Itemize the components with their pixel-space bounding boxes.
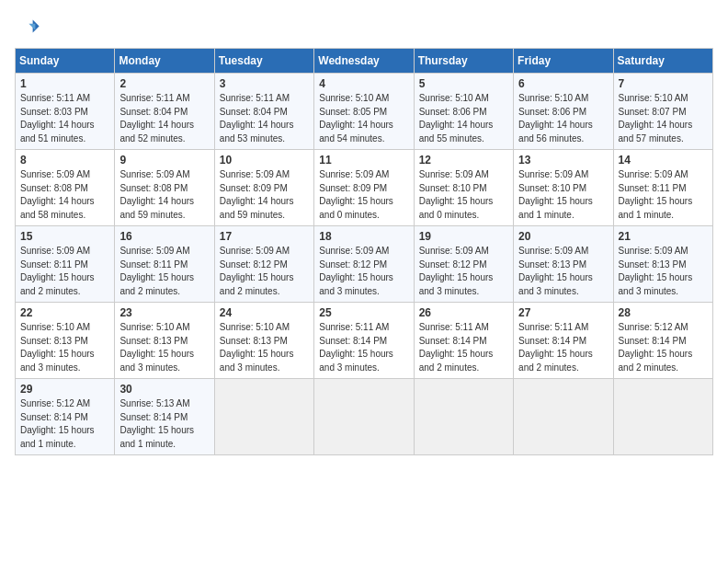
calendar-day-cell: 17Sunrise: 5:09 AMSunset: 8:12 PMDayligh… bbox=[214, 226, 313, 303]
day-info: Sunrise: 5:09 AMSunset: 8:13 PMDaylight:… bbox=[518, 246, 593, 296]
calendar-day-cell: 16Sunrise: 5:09 AMSunset: 8:11 PMDayligh… bbox=[115, 226, 214, 303]
day-info: Sunrise: 5:09 AMSunset: 8:09 PMDaylight:… bbox=[220, 169, 294, 220]
calendar-day-cell: 20Sunrise: 5:09 AMSunset: 8:13 PMDayligh… bbox=[514, 226, 613, 303]
day-number: 18 bbox=[319, 230, 408, 243]
calendar-day-cell bbox=[514, 379, 613, 455]
day-number: 14 bbox=[619, 154, 708, 167]
day-number: 28 bbox=[619, 306, 708, 319]
calendar-day-cell: 14Sunrise: 5:09 AMSunset: 8:11 PMDayligh… bbox=[613, 150, 712, 226]
calendar-day-cell: 1Sunrise: 5:11 AMSunset: 8:03 PMDaylight… bbox=[16, 74, 115, 150]
day-number: 11 bbox=[319, 154, 408, 167]
day-number: 8 bbox=[20, 154, 109, 167]
calendar-day-cell: 10Sunrise: 5:09 AMSunset: 8:09 PMDayligh… bbox=[214, 150, 313, 226]
calendar-day-cell: 11Sunrise: 5:09 AMSunset: 8:09 PMDayligh… bbox=[314, 150, 414, 226]
calendar-day-cell: 24Sunrise: 5:10 AMSunset: 8:13 PMDayligh… bbox=[214, 303, 313, 379]
day-number: 19 bbox=[419, 230, 508, 243]
calendar-week-row: 15Sunrise: 5:09 AMSunset: 8:11 PMDayligh… bbox=[16, 226, 713, 303]
calendar-day-cell: 23Sunrise: 5:10 AMSunset: 8:13 PMDayligh… bbox=[115, 303, 214, 379]
day-number: 29 bbox=[20, 383, 109, 396]
calendar-day-cell: 3Sunrise: 5:11 AMSunset: 8:04 PMDaylight… bbox=[214, 74, 313, 150]
day-info: Sunrise: 5:10 AMSunset: 8:07 PMDaylight:… bbox=[619, 93, 693, 144]
day-number: 27 bbox=[518, 306, 608, 319]
day-of-week-header: Friday bbox=[514, 49, 613, 74]
day-number: 2 bbox=[119, 77, 209, 90]
calendar-day-cell bbox=[414, 379, 513, 455]
calendar-day-cell bbox=[214, 379, 313, 455]
day-number: 12 bbox=[419, 154, 508, 167]
day-number: 22 bbox=[20, 306, 109, 319]
day-info: Sunrise: 5:11 AMSunset: 8:14 PMDaylight:… bbox=[419, 322, 494, 373]
calendar-day-cell: 27Sunrise: 5:11 AMSunset: 8:14 PMDayligh… bbox=[514, 303, 613, 379]
calendar-day-cell: 25Sunrise: 5:11 AMSunset: 8:14 PMDayligh… bbox=[314, 303, 414, 379]
calendar-day-cell: 15Sunrise: 5:09 AMSunset: 8:11 PMDayligh… bbox=[16, 226, 115, 303]
day-info: Sunrise: 5:10 AMSunset: 8:13 PMDaylight:… bbox=[220, 322, 294, 373]
day-info: Sunrise: 5:10 AMSunset: 8:05 PMDaylight:… bbox=[319, 93, 393, 144]
day-number: 4 bbox=[319, 77, 408, 90]
day-of-week-header: Monday bbox=[115, 49, 214, 74]
day-number: 10 bbox=[220, 154, 309, 167]
calendar-day-cell: 2Sunrise: 5:11 AMSunset: 8:04 PMDaylight… bbox=[115, 74, 214, 150]
day-info: Sunrise: 5:09 AMSunset: 8:10 PMDaylight:… bbox=[518, 169, 593, 220]
day-info: Sunrise: 5:09 AMSunset: 8:11 PMDaylight:… bbox=[20, 246, 95, 296]
day-number: 13 bbox=[518, 154, 608, 167]
day-of-week-header: Wednesday bbox=[314, 49, 414, 74]
calendar-day-cell: 30Sunrise: 5:13 AMSunset: 8:14 PMDayligh… bbox=[115, 379, 214, 455]
calendar-day-cell: 8Sunrise: 5:09 AMSunset: 8:08 PMDaylight… bbox=[16, 150, 115, 226]
calendar-day-cell: 28Sunrise: 5:12 AMSunset: 8:14 PMDayligh… bbox=[613, 303, 712, 379]
day-number: 3 bbox=[220, 77, 309, 90]
day-info: Sunrise: 5:09 AMSunset: 8:12 PMDaylight:… bbox=[419, 246, 494, 296]
logo bbox=[15, 15, 44, 40]
calendar-day-cell: 6Sunrise: 5:10 AMSunset: 8:06 PMDaylight… bbox=[514, 74, 613, 150]
calendar-day-cell: 21Sunrise: 5:09 AMSunset: 8:13 PMDayligh… bbox=[613, 226, 712, 303]
day-info: Sunrise: 5:10 AMSunset: 8:13 PMDaylight:… bbox=[20, 322, 95, 373]
day-info: Sunrise: 5:09 AMSunset: 8:11 PMDaylight:… bbox=[619, 169, 693, 220]
day-of-week-header: Thursday bbox=[414, 49, 513, 74]
calendar-day-cell: 18Sunrise: 5:09 AMSunset: 8:12 PMDayligh… bbox=[314, 226, 414, 303]
day-number: 30 bbox=[119, 383, 209, 396]
day-info: Sunrise: 5:09 AMSunset: 8:11 PMDaylight:… bbox=[119, 246, 194, 296]
calendar-day-cell: 7Sunrise: 5:10 AMSunset: 8:07 PMDaylight… bbox=[613, 74, 712, 150]
day-number: 5 bbox=[419, 77, 508, 90]
day-info: Sunrise: 5:09 AMSunset: 8:10 PMDaylight:… bbox=[419, 169, 494, 220]
day-of-week-header: Saturday bbox=[613, 49, 712, 74]
calendar-header-row: SundayMondayTuesdayWednesdayThursdayFrid… bbox=[16, 49, 713, 74]
day-number: 1 bbox=[20, 77, 109, 90]
page-header bbox=[15, 15, 713, 40]
day-info: Sunrise: 5:11 AMSunset: 8:03 PMDaylight:… bbox=[20, 93, 95, 144]
day-number: 26 bbox=[419, 306, 508, 319]
day-info: Sunrise: 5:11 AMSunset: 8:14 PMDaylight:… bbox=[319, 322, 393, 373]
calendar-table: SundayMondayTuesdayWednesdayThursdayFrid… bbox=[15, 48, 713, 455]
calendar-day-cell: 22Sunrise: 5:10 AMSunset: 8:13 PMDayligh… bbox=[16, 303, 115, 379]
day-number: 7 bbox=[619, 77, 708, 90]
calendar-day-cell bbox=[314, 379, 414, 455]
day-number: 25 bbox=[319, 306, 408, 319]
day-info: Sunrise: 5:12 AMSunset: 8:14 PMDaylight:… bbox=[20, 398, 95, 449]
calendar-day-cell: 9Sunrise: 5:09 AMSunset: 8:08 PMDaylight… bbox=[115, 150, 214, 226]
day-info: Sunrise: 5:13 AMSunset: 8:14 PMDaylight:… bbox=[119, 398, 194, 449]
calendar-day-cell: 5Sunrise: 5:10 AMSunset: 8:06 PMDaylight… bbox=[414, 74, 513, 150]
day-number: 23 bbox=[119, 306, 209, 319]
calendar-day-cell: 4Sunrise: 5:10 AMSunset: 8:05 PMDaylight… bbox=[314, 74, 414, 150]
calendar-day-cell: 29Sunrise: 5:12 AMSunset: 8:14 PMDayligh… bbox=[16, 379, 115, 455]
calendar-week-row: 1Sunrise: 5:11 AMSunset: 8:03 PMDaylight… bbox=[16, 74, 713, 150]
day-number: 20 bbox=[518, 230, 608, 243]
day-number: 17 bbox=[220, 230, 309, 243]
calendar-day-cell: 13Sunrise: 5:09 AMSunset: 8:10 PMDayligh… bbox=[514, 150, 613, 226]
day-number: 15 bbox=[20, 230, 109, 243]
day-info: Sunrise: 5:10 AMSunset: 8:13 PMDaylight:… bbox=[119, 322, 194, 373]
day-info: Sunrise: 5:10 AMSunset: 8:06 PMDaylight:… bbox=[518, 93, 593, 144]
day-info: Sunrise: 5:11 AMSunset: 8:04 PMDaylight:… bbox=[220, 93, 294, 144]
day-info: Sunrise: 5:09 AMSunset: 8:12 PMDaylight:… bbox=[319, 246, 393, 296]
day-number: 21 bbox=[619, 230, 708, 243]
calendar-week-row: 8Sunrise: 5:09 AMSunset: 8:08 PMDaylight… bbox=[16, 150, 713, 226]
day-info: Sunrise: 5:09 AMSunset: 8:08 PMDaylight:… bbox=[119, 169, 194, 220]
day-info: Sunrise: 5:09 AMSunset: 8:12 PMDaylight:… bbox=[220, 246, 294, 296]
day-info: Sunrise: 5:09 AMSunset: 8:13 PMDaylight:… bbox=[619, 246, 693, 296]
day-info: Sunrise: 5:12 AMSunset: 8:14 PMDaylight:… bbox=[619, 322, 693, 373]
day-info: Sunrise: 5:09 AMSunset: 8:08 PMDaylight:… bbox=[20, 169, 95, 220]
day-number: 9 bbox=[119, 154, 209, 167]
day-info: Sunrise: 5:11 AMSunset: 8:04 PMDaylight:… bbox=[119, 93, 194, 144]
day-number: 16 bbox=[119, 230, 209, 243]
calendar-day-cell: 26Sunrise: 5:11 AMSunset: 8:14 PMDayligh… bbox=[414, 303, 513, 379]
day-number: 24 bbox=[220, 306, 309, 319]
